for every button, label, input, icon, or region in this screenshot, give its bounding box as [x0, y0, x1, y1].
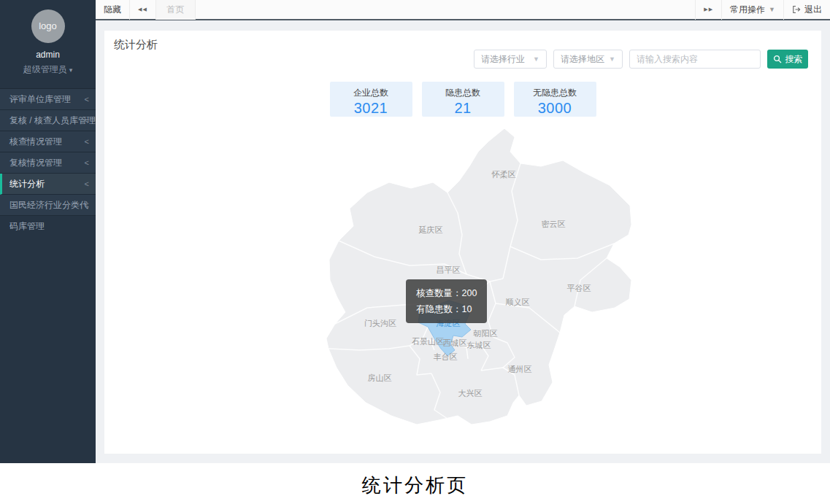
stat-value: 3021	[330, 100, 412, 117]
sidebar-menu-item[interactable]: 复核情况管理<	[0, 152, 96, 174]
search-button[interactable]: 搜索	[767, 50, 808, 69]
chevron-down-icon: ▼	[769, 6, 775, 13]
chevron-collapsed-icon: <	[85, 174, 89, 195]
district-label: 平谷区	[567, 284, 591, 292]
district-label: 房山区	[368, 373, 392, 382]
content-area: 统计分析 请选择行业 ▼ 请选择地区 ▼ 搜索	[96, 22, 830, 463]
search-icon	[773, 55, 782, 63]
tooltip-line: 核查数量：200	[416, 285, 477, 301]
map-tooltip: 核查数量：200有隐患数：10	[406, 279, 487, 323]
filter-row: 请选择行业 ▼ 请选择地区 ▼ 搜索	[474, 50, 808, 69]
region-select[interactable]: 请选择地区 ▼	[553, 50, 623, 69]
industry-select-value: 请选择行业	[481, 53, 525, 66]
topbar: 隐藏 ◀◀ 首页 ▶▶ 常用操作 ▼ 退出	[96, 0, 830, 20]
chevron-collapsed-icon: <	[85, 131, 89, 152]
logo-avatar: logo	[31, 9, 65, 43]
district-label: 密云区	[542, 220, 566, 228]
district-label: 延庆区	[419, 225, 443, 234]
stat-label: 无隐患总数	[514, 87, 596, 99]
search-button-label: 搜索	[785, 53, 803, 66]
stat-label: 隐患总数	[422, 87, 504, 99]
double-right-arrow-icon: ▶▶	[704, 7, 713, 12]
common-actions-label: 常用操作	[730, 4, 765, 16]
hide-sidebar-button[interactable]: 隐藏	[96, 0, 130, 20]
logout-icon	[792, 5, 801, 14]
district-label: 丰台区	[434, 352, 458, 361]
district-label: 东城区	[467, 341, 491, 349]
menu-item-label: 评审单位库管理	[9, 94, 71, 104]
username: admin	[0, 50, 96, 60]
district-label: 门头沟区	[364, 319, 396, 327]
chevron-collapsed-icon: <	[85, 152, 89, 174]
logout-button[interactable]: 退出	[783, 0, 830, 20]
chevron-down-icon: ▼	[609, 55, 615, 63]
menu-item-label: 复核情况管理	[9, 158, 62, 168]
beijing-map: 怀柔区密云区延庆区昌平区平谷区顺义区门头沟区海淀区朝阳区石景山区西城区东城区丰台…	[323, 124, 637, 438]
chevron-collapsed-icon: <	[85, 89, 89, 110]
sidebar-menu-item[interactable]: 复核 / 核查人员库管理<	[0, 110, 96, 131]
region-select-value: 请选择地区	[561, 53, 604, 66]
sidebar-menu-item[interactable]: 统计分析<	[0, 174, 96, 195]
sidebar: logo admin 超级管理员▾ 评审单位库管理<复核 / 核查人员库管理<核…	[0, 0, 96, 463]
district-label: 怀柔区	[491, 170, 516, 179]
menu-item-label: 统计分析	[9, 179, 45, 189]
stat-card: 隐患总数21	[422, 82, 504, 117]
tooltip-line: 有隐患数：10	[416, 301, 477, 317]
app-window: logo admin 超级管理员▾ 评审单位库管理<复核 / 核查人员库管理<核…	[0, 0, 830, 463]
logout-label: 退出	[804, 4, 822, 16]
menu-item-label: 复核 / 核查人员库管理	[9, 115, 96, 125]
stat-card: 无隐患总数3000	[514, 82, 596, 117]
user-profile: logo admin 超级管理员▾	[0, 0, 96, 76]
district-label: 大兴区	[458, 389, 483, 398]
stat-card: 企业总数3021	[330, 82, 412, 117]
tab-home[interactable]: 首页	[156, 0, 196, 20]
stats-row: 企业总数3021隐患总数21无隐患总数3000	[104, 82, 821, 117]
district-label: 朝阳区	[473, 329, 498, 338]
sidebar-menu-item[interactable]: 核查情况管理<	[0, 131, 96, 152]
stat-label: 企业总数	[330, 87, 412, 99]
industry-select[interactable]: 请选择行业 ▼	[474, 50, 547, 69]
chevron-down-icon: ▾	[69, 66, 73, 74]
stat-value: 21	[422, 100, 504, 117]
district-label: 昌平区	[437, 265, 461, 274]
menu-item-label: 核查情况管理	[9, 136, 62, 147]
collapse-tabs-button[interactable]: ◀◀	[130, 0, 156, 20]
common-actions-dropdown[interactable]: 常用操作 ▼	[721, 0, 783, 20]
stat-value: 3000	[514, 100, 596, 117]
district-label: 顺义区	[506, 298, 530, 306]
district-label: 通州区	[508, 365, 532, 373]
menu-item-label: 国民经济行业分类代码库管理	[9, 200, 88, 231]
sidebar-menu: 评审单位库管理<复核 / 核查人员库管理<核查情况管理<复核情况管理<统计分析<…	[0, 88, 96, 216]
double-left-arrow-icon: ◀◀	[138, 7, 147, 12]
sidebar-menu-item[interactable]: 评审单位库管理<	[0, 89, 96, 110]
chevron-collapsed-icon: <	[85, 195, 89, 216]
chevron-collapsed-icon: <	[85, 110, 89, 131]
statistics-panel: 统计分析 请选择行业 ▼ 请选择地区 ▼ 搜索	[104, 31, 821, 454]
search-input[interactable]	[629, 50, 761, 69]
expand-tabs-button[interactable]: ▶▶	[695, 0, 721, 20]
page-title: 统计分析	[114, 38, 158, 52]
role-label: 超级管理员	[23, 64, 67, 74]
district-label: 西城区	[443, 338, 467, 347]
chevron-down-icon: ▼	[533, 55, 539, 63]
district-label: 石景山区	[412, 337, 444, 346]
sidebar-menu-item[interactable]: 国民经济行业分类代码库管理<	[0, 195, 96, 216]
figure-caption: 统计分析页	[0, 473, 830, 498]
role-dropdown[interactable]: 超级管理员▾	[0, 63, 96, 76]
topbar-right: ▶▶ 常用操作 ▼ 退出	[695, 0, 830, 20]
